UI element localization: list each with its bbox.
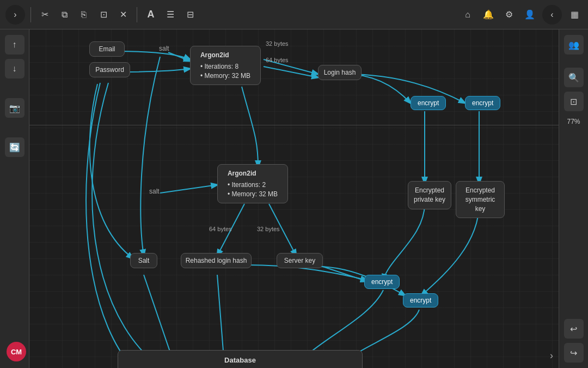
select-all-icon[interactable]: ⊡ (95, 7, 112, 23)
home-icon[interactable]: ⌂ (460, 7, 476, 23)
database-title: Database (124, 356, 357, 364)
salt-node: Salt (130, 253, 157, 268)
bytes-32-label-1: 32 bytes (266, 40, 289, 47)
expand-icon: › (14, 10, 16, 20)
redo-button[interactable]: ↪ (564, 343, 584, 363)
list-icon[interactable]: ☰ (162, 7, 179, 23)
align-icon[interactable]: ⊟ (182, 7, 198, 23)
collapse-icon: ‹ (550, 10, 553, 20)
login-hash-node: Login hash (318, 65, 362, 80)
encrypt-3-node: encrypt (364, 275, 400, 289)
encrypt-4-node: encrypt (403, 293, 438, 307)
separator-2 (137, 7, 137, 22)
collapse-button[interactable]: ‹ (542, 5, 562, 25)
server-key-node: Server key (277, 253, 323, 268)
toolbar-left: › ✂ ⧉ ⎘ ⊡ ✕ A ☰ ⊟ (5, 5, 198, 25)
refresh-button[interactable]: 🔄 (5, 137, 24, 157)
toolbar: › ✂ ⧉ ⎘ ⊡ ✕ A ☰ ⊟ ⌂ 🔔 ⚙ 👤 ‹ ▦ (0, 0, 588, 29)
salt-label-2: salt (149, 188, 160, 195)
user-avatar[interactable]: CM (7, 342, 26, 361)
camera-button[interactable]: 📷 (5, 98, 24, 118)
enc-private-key-node: Encryptedprivate key (408, 181, 451, 209)
zoom-in-button[interactable]: 🔍 (564, 68, 584, 87)
notification-icon[interactable]: 🔔 (480, 7, 497, 23)
database-container: Database E-mail Salt Rehashed login hash… (118, 350, 363, 368)
canvas[interactable]: Email Password salt Argon2id • Iteration… (29, 29, 559, 368)
rehashed-login-hash-node: Rehashed login hash (181, 253, 252, 268)
copy-icon[interactable]: ⧉ (56, 7, 72, 23)
down-arrow-button[interactable]: ↓ (5, 59, 24, 79)
bytes-64-label-1: 64 bytes (266, 57, 289, 63)
argon2id-2-node: Argon2id • Iterations: 2 • Memory: 32 MB (217, 164, 288, 203)
paste-icon[interactable]: ⎘ (76, 7, 92, 23)
encrypt-1-node: encrypt (411, 96, 446, 110)
cut-icon[interactable]: ✂ (36, 7, 53, 23)
up-arrow-button[interactable]: ↑ (5, 35, 24, 55)
user-icon[interactable]: 👤 (522, 7, 538, 23)
canvas-horizontal-divider (29, 125, 559, 125)
undo-button[interactable]: ↩ (564, 319, 584, 339)
encrypt-2-node: encrypt (465, 96, 500, 110)
dashboard-icon[interactable]: ▦ (566, 7, 583, 23)
right-sidebar: 👥 🔍 ⊡ 77% ↩ ↪ (559, 29, 588, 368)
argon2id-1-node: Argon2id • Iterations: 8 • Memory: 32 MB (190, 46, 261, 85)
separator-1 (30, 7, 31, 22)
settings-icon[interactable]: ⚙ (501, 7, 517, 23)
enc-symmetric-key-node: Encryptedsymmetric key (456, 181, 505, 218)
user-add-icon[interactable]: 👥 (564, 35, 584, 55)
fit-screen-button[interactable]: ⊡ (564, 92, 584, 111)
toolbar-right: ⌂ 🔔 ⚙ 👤 ‹ ▦ (460, 5, 583, 25)
text-icon[interactable]: A (143, 7, 159, 23)
password-node: Password (89, 62, 130, 77)
scroll-right-arrow[interactable]: › (550, 350, 553, 361)
left-sidebar: ↑ ↓ 📷 🔄 (0, 29, 29, 368)
email-node: Email (89, 41, 125, 57)
bytes-32-label-2: 32 bytes (257, 226, 280, 232)
salt-label-1: salt (159, 45, 169, 52)
expand-button[interactable]: › (5, 5, 25, 25)
bytes-64-label-2: 64 bytes (209, 226, 232, 232)
zoom-level: 77% (567, 118, 580, 125)
delete-icon[interactable]: ✕ (115, 7, 131, 23)
